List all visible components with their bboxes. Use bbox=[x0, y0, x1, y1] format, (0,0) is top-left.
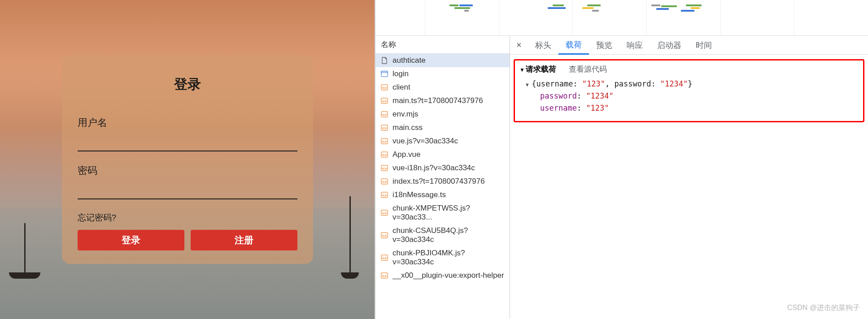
request-name: chunk-CSAU5B4Q.js?v=30ac334c bbox=[393, 226, 504, 244]
highlight-box: 请求载荷 查看源代码 {username: "123", password: "… bbox=[514, 59, 864, 122]
username-label: 用户名 bbox=[78, 116, 297, 129]
network-request-row[interactable]: <>chunk-PBJIO4MK.js?v=30ac334c bbox=[375, 246, 510, 269]
svg-text:<>: <> bbox=[382, 256, 387, 260]
password-input[interactable] bbox=[78, 182, 297, 199]
login-title: 登录 bbox=[78, 75, 297, 94]
details-tabs: × 标头 载荷 预览 响应 启动器 时间 bbox=[510, 36, 868, 55]
network-request-row[interactable]: <>App.vue bbox=[375, 148, 510, 161]
request-name: login bbox=[393, 69, 409, 78]
network-request-row[interactable]: <>chunk-CSAU5B4Q.js?v=30ac334c bbox=[375, 224, 510, 246]
view-source-link[interactable]: 查看源代码 bbox=[569, 64, 607, 74]
svg-text:<>: <> bbox=[382, 112, 387, 117]
network-request-row[interactable]: <>index.ts?t=1708007437976 bbox=[375, 175, 510, 188]
button-row: 登录 注册 bbox=[78, 230, 297, 250]
js-file-icon: <> bbox=[381, 272, 388, 279]
login-card: 登录 用户名 密码 忘记密码? 登录 注册 bbox=[62, 55, 313, 264]
svg-text:<>: <> bbox=[382, 153, 387, 157]
html-file-icon bbox=[381, 70, 388, 78]
request-name: env.mjs bbox=[393, 110, 418, 119]
request-name: vue.js?v=30ac334c bbox=[393, 137, 458, 146]
forgot-password-link[interactable]: 忘记密码? bbox=[78, 212, 297, 224]
request-name: chunk-XMPETW5S.js?v=30ac33... bbox=[393, 204, 504, 222]
request-name: index.ts?t=1708007437976 bbox=[393, 177, 485, 186]
request-details-panel: × 标头 载荷 预览 响应 启动器 时间 请求载荷 查看源代码 {usernam… bbox=[510, 36, 868, 319]
svg-text:<>: <> bbox=[382, 126, 387, 130]
login-button[interactable]: 登录 bbox=[78, 230, 184, 250]
network-request-row[interactable]: authticate bbox=[375, 54, 510, 67]
svg-text:<>: <> bbox=[382, 193, 387, 198]
js-file-icon: <> bbox=[381, 138, 388, 145]
network-request-row[interactable]: <>env.mjs bbox=[375, 108, 510, 121]
svg-text:<>: <> bbox=[382, 274, 387, 278]
tab-headers[interactable]: 标头 bbox=[528, 36, 558, 54]
svg-text:<>: <> bbox=[382, 86, 387, 90]
payload-section-title[interactable]: 请求载荷 bbox=[519, 64, 556, 74]
request-name: main.css bbox=[393, 123, 423, 132]
register-button[interactable]: 注册 bbox=[191, 230, 297, 250]
boat-decoration bbox=[9, 223, 40, 279]
network-list-header[interactable]: 名称 bbox=[375, 36, 510, 54]
svg-text:<>: <> bbox=[382, 99, 387, 103]
network-request-row[interactable]: <>vue.js?v=30ac334c bbox=[375, 134, 510, 148]
network-request-row[interactable]: login bbox=[375, 67, 510, 81]
svg-rect-1 bbox=[381, 71, 388, 73]
svg-text:<>: <> bbox=[382, 166, 387, 171]
request-name: authticate bbox=[393, 56, 426, 65]
payload-content: 请求载荷 查看源代码 {username: "123", password: "… bbox=[510, 55, 868, 319]
js-file-icon: <> bbox=[381, 124, 388, 131]
tab-payload[interactable]: 载荷 bbox=[558, 36, 589, 55]
login-page-background: 登录 用户名 密码 忘记密码? 登录 注册 bbox=[0, 0, 375, 319]
svg-text:<>: <> bbox=[382, 180, 387, 184]
js-file-icon: <> bbox=[381, 151, 388, 158]
tab-preview[interactable]: 预览 bbox=[589, 36, 619, 54]
network-request-row[interactable]: <>main.ts?t=1708007437976 bbox=[375, 94, 510, 108]
js-file-icon: <> bbox=[381, 191, 388, 198]
request-name: App.vue bbox=[393, 150, 420, 159]
js-file-icon: <> bbox=[381, 97, 388, 104]
network-request-row[interactable]: <>main.css bbox=[375, 121, 510, 134]
svg-text:<>: <> bbox=[382, 233, 387, 238]
request-name: client bbox=[393, 83, 410, 92]
network-request-list: 名称 authticatelogin<>client<>main.ts?t=17… bbox=[375, 36, 510, 319]
doc-file-icon bbox=[381, 57, 388, 64]
tab-timing[interactable]: 时间 bbox=[689, 36, 719, 54]
request-name: chunk-PBJIO4MK.js?v=30ac334c bbox=[393, 249, 504, 267]
js-file-icon: <> bbox=[381, 164, 388, 172]
js-file-icon: <> bbox=[381, 254, 388, 261]
watermark: CSDN @进击的菜狗子 bbox=[787, 303, 860, 313]
request-name: main.ts?t=1708007437976 bbox=[393, 96, 483, 105]
svg-text:<>: <> bbox=[382, 211, 387, 216]
payload-json-property[interactable]: password: "1234" bbox=[519, 90, 859, 102]
request-name: i18nMessage.ts bbox=[393, 190, 446, 199]
js-file-icon: <> bbox=[381, 111, 388, 118]
request-name: __x00__plugin-vue:export-helper bbox=[393, 271, 504, 280]
payload-json-summary[interactable]: {username: "123", password: "1234"} bbox=[519, 78, 859, 90]
payload-json-property[interactable]: username: "123" bbox=[519, 102, 859, 114]
request-name: vue-i18n.js?v=30ac334c bbox=[393, 164, 475, 172]
network-request-row[interactable]: <>__x00__plugin-vue:export-helper bbox=[375, 269, 510, 282]
boat-decoration bbox=[341, 196, 359, 279]
js-file-icon: <> bbox=[381, 84, 388, 91]
tab-response[interactable]: 响应 bbox=[619, 36, 650, 54]
network-request-row[interactable]: <>vue-i18n.js?v=30ac334c bbox=[375, 161, 510, 175]
password-label: 密码 bbox=[78, 164, 297, 177]
network-request-row[interactable]: <>chunk-XMPETW5S.js?v=30ac33... bbox=[375, 202, 510, 224]
network-request-row[interactable]: <>i18nMessage.ts bbox=[375, 188, 510, 202]
svg-text:<>: <> bbox=[382, 139, 387, 144]
devtools-panel: 名称 authticatelogin<>client<>main.ts?t=17… bbox=[375, 0, 868, 319]
close-icon[interactable]: × bbox=[514, 40, 528, 50]
js-file-icon: <> bbox=[381, 232, 388, 239]
js-file-icon: <> bbox=[381, 178, 388, 185]
network-waterfall[interactable] bbox=[375, 0, 868, 36]
tab-initiator[interactable]: 启动器 bbox=[650, 36, 689, 54]
js-file-icon: <> bbox=[381, 209, 388, 216]
network-request-row[interactable]: <>client bbox=[375, 81, 510, 94]
username-input[interactable] bbox=[78, 134, 297, 151]
